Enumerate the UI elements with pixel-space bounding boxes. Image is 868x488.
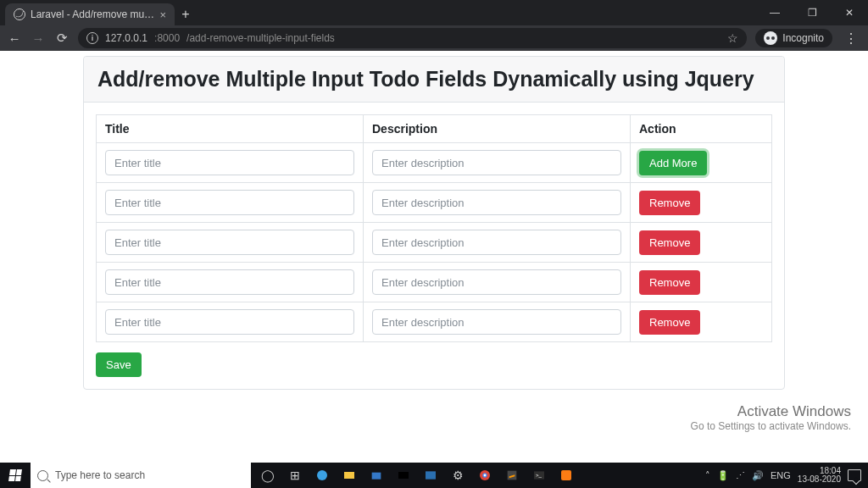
title-input[interactable] [105,190,354,215]
title-input[interactable] [105,150,354,175]
table-row: Remove [97,183,772,223]
new-tab-button[interactable]: + [175,3,197,25]
remove-button[interactable]: Remove [639,230,700,255]
fields-table: Title Description Action Add MoreRemoveR… [96,114,772,342]
taskbar-search-placeholder: Type here to search [55,469,145,481]
address-bar[interactable]: i 127.0.0.1:8000/add-remove-multiple-inp… [78,28,747,48]
taskbar-clock[interactable]: 18:04 13-08-2020 [798,467,841,485]
title-input[interactable] [105,309,354,335]
incognito-icon [764,31,777,45]
taskbar-date: 13-08-2020 [798,475,841,485]
globe-icon [14,8,25,20]
terminal-icon[interactable]: >_ [527,463,551,488]
edge-icon[interactable] [310,463,334,488]
incognito-label: Incognito [782,32,824,44]
title-input[interactable] [105,269,354,295]
svg-rect-2 [372,473,381,480]
svg-text:>_: >_ [536,473,542,478]
description-input[interactable] [372,269,621,295]
page-heading: Add/remove Multiple Input Todo Fields Dy… [97,67,771,92]
window-maximize-button[interactable]: ❐ [793,0,831,25]
table-row: Remove [97,302,772,342]
back-button[interactable]: ← [7,31,22,46]
url-host: 127.0.0.1 [105,32,147,44]
remove-button[interactable]: Remove [639,270,700,295]
column-header-title: Title [97,115,364,143]
table-row: Add More [97,143,772,183]
remove-button[interactable]: Remove [639,191,700,215]
window-minimize-button[interactable]: — [756,0,793,25]
start-button[interactable] [0,463,31,488]
title-input[interactable] [105,230,354,255]
svg-point-0 [317,470,327,480]
description-input[interactable] [372,309,621,335]
watermark-line1: Activate Windows [691,403,851,420]
save-button[interactable]: Save [96,352,142,377]
xampp-icon[interactable] [554,463,578,488]
table-row: Remove [97,223,772,263]
svg-point-7 [484,474,487,477]
taskbar-search[interactable]: Type here to search [31,463,251,488]
url-path: /add-remove-multiple-input-fields [186,32,335,44]
description-input[interactable] [372,230,621,255]
browser-titlebar: Laravel - Add/remove multiple in × + — ❐… [0,0,868,25]
forward-button[interactable]: → [31,31,46,46]
tab-title: Laravel - Add/remove multiple in [31,8,154,20]
description-input[interactable] [372,190,621,215]
close-tab-icon[interactable]: × [159,8,166,21]
wifi-icon[interactable]: ⋰ [736,470,745,481]
url-port: :8000 [154,32,180,44]
window-close-button[interactable]: ✕ [831,0,868,25]
system-tray: ˄ 🔋 ⋰ 🔊 ENG 18:04 13-08-2020 [698,463,868,488]
battery-icon[interactable]: 🔋 [717,470,729,481]
svg-rect-11 [561,470,571,480]
browser-tab[interactable]: Laravel - Add/remove multiple in × [5,3,175,25]
svg-rect-3 [398,472,409,479]
store-icon[interactable] [364,463,388,488]
windows-logo-icon [8,469,22,481]
incognito-badge[interactable]: Incognito [755,29,832,47]
add-more-button[interactable]: Add More [639,151,707,175]
column-header-action: Action [631,115,772,143]
volume-icon[interactable]: 🔊 [752,470,764,481]
page-viewport: Add/remove Multiple Input Todo Fields Dy… [0,51,868,463]
action-center-icon[interactable] [848,469,861,481]
reload-button[interactable]: ⟳ [54,30,70,46]
browser-menu-button[interactable]: ⋮ [841,30,861,47]
site-info-icon[interactable]: i [86,32,98,44]
watermark-line2: Go to Settings to activate Windows. [691,420,851,432]
form-card: Add/remove Multiple Input Todo Fields Dy… [83,56,785,390]
search-icon [37,470,48,481]
card-header: Add/remove Multiple Input Todo Fields Dy… [84,57,784,103]
table-row: Remove [97,263,772,302]
mail-icon[interactable] [392,463,415,488]
svg-rect-1 [344,472,354,479]
taskbar-apps: ◯ ⊞ ⚙ >_ [251,463,583,488]
svg-rect-4 [426,471,436,479]
photos-icon[interactable] [419,463,442,488]
task-view-icon[interactable]: ⊞ [283,463,307,488]
column-header-description: Description [364,115,631,143]
file-explorer-icon[interactable] [337,463,361,488]
description-input[interactable] [372,150,621,175]
settings-icon[interactable]: ⚙ [446,463,470,488]
svg-rect-8 [508,471,517,480]
language-indicator[interactable]: ENG [771,470,791,480]
chrome-icon[interactable] [473,463,497,488]
bookmark-star-icon[interactable]: ☆ [727,31,738,45]
tray-chevron-icon[interactable]: ˄ [705,470,710,481]
browser-toolbar: ← → ⟳ i 127.0.0.1:8000/add-remove-multip… [0,25,868,51]
remove-button[interactable]: Remove [639,310,700,335]
windows-taskbar: Type here to search ◯ ⊞ ⚙ >_ ˄ 🔋 ⋰ 🔊 ENG… [0,463,868,488]
cortana-icon[interactable]: ◯ [256,463,280,488]
windows-activation-watermark: Activate Windows Go to Settings to activ… [691,403,851,432]
sublime-icon[interactable] [500,463,524,488]
